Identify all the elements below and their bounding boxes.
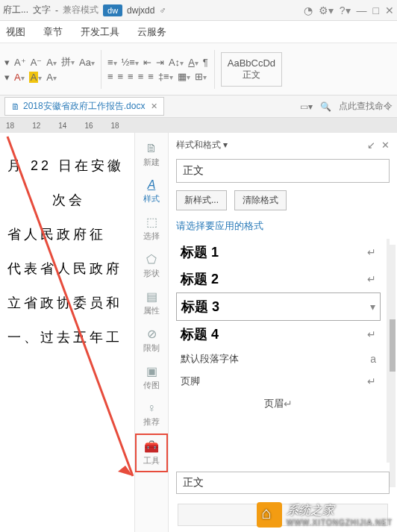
align-text-dropdown[interactable]: A▾ <box>188 57 198 68</box>
new-icon: 🗎 <box>135 142 168 155</box>
panel-header: 样式和格式 ▾ ↙ ✕ <box>176 139 390 151</box>
file-tab[interactable]: 🗎 2018安徽省政府工作报告.docx ✕ <box>4 97 164 116</box>
align-left-icon[interactable]: ≡ <box>107 71 113 82</box>
style-gallery-item[interactable]: AaBbCcDd 正文 <box>221 52 282 87</box>
para-shading-dropdown[interactable]: ▦▾ <box>178 71 190 82</box>
apply-style-box[interactable]: 正文 <box>176 472 390 494</box>
file-name: 2018安徽省政府工作报告.docx <box>23 100 145 113</box>
help-dropdown-icon[interactable]: ?▾ <box>340 4 351 16</box>
style-item-h3[interactable]: 标题 3▾ <box>176 292 381 321</box>
view-mode-icon[interactable]: ▭▾ <box>300 101 313 112</box>
doc-line: 月 22 日在安徽 <box>7 157 130 175</box>
pinyin-icon[interactable]: 拼▾ <box>61 55 75 69</box>
new-style-button[interactable]: 新样式... <box>176 190 227 210</box>
align-right-icon[interactable]: ≡ <box>128 71 134 82</box>
indent-icon[interactable]: ⇥ <box>156 57 164 68</box>
current-style-box[interactable]: 正文 <box>176 159 390 183</box>
font-effect-dropdown[interactable]: A▾ <box>46 57 57 68</box>
style-item-default-font[interactable]: 默认段落字体a <box>176 348 381 370</box>
app-label: 文字 <box>33 4 51 16</box>
clear-format-button[interactable]: 清除格式 <box>234 190 287 210</box>
shading-dropdown[interactable]: A▾ <box>46 72 57 83</box>
styles-panel: 样式和格式 ▾ ↙ ✕ 正文 新样式... 清除格式 请选择要应用的格式 标题 … <box>169 133 397 532</box>
font-decrease-icon[interactable]: A⁻ <box>31 57 43 68</box>
show-marks-icon[interactable]: ¶ <box>203 57 208 68</box>
siderail-property[interactable]: ▤属性 <box>135 285 168 321</box>
panel-pin-icon[interactable]: ↙ <box>367 140 375 151</box>
image-icon: ▣ <box>135 364 168 378</box>
outdent-icon[interactable]: ⇤ <box>143 57 151 68</box>
style-name: 正文 <box>243 69 260 80</box>
file-icon: 🗎 <box>11 101 20 112</box>
menu-view[interactable]: 视图 <box>6 25 25 39</box>
document-pane[interactable]: 月 22 日在安徽 次会 省人民政府征 代表省人民政府 立省政协委员和 一、过去… <box>0 133 134 532</box>
highlight-dropdown[interactable]: A▾ <box>29 72 43 83</box>
user-dropdown-icon[interactable]: ♂ <box>159 5 166 16</box>
style-item-h2[interactable]: 标题 2↵ <box>176 266 381 292</box>
siderail-tools[interactable]: 🧰工具 <box>135 434 168 472</box>
close-icon[interactable]: ✕ <box>385 4 394 16</box>
title-left: 府工... 文字 - 兼容模式 dw dwjxdd ♂ <box>3 4 304 16</box>
align-justify-icon[interactable]: ≡ <box>138 71 144 82</box>
tab-close-icon[interactable]: ✕ <box>151 101 157 111</box>
watermark: 系统之家 WWW.XITONGZHIJIA.NET <box>257 502 393 528</box>
titlebar: 府工... 文字 - 兼容模式 dw dwjxdd ♂ ◔ ⚙▾ ?▾ — □ … <box>0 0 397 21</box>
watermark-logo-icon <box>257 502 282 528</box>
ruler: 18 12 14 16 18 <box>0 118 397 133</box>
style-item-h1[interactable]: 标题 1↵ <box>176 239 381 266</box>
menu-cloud[interactable]: 云服务 <box>137 25 166 39</box>
style-item-header[interactable]: 页眉↵ <box>176 392 381 415</box>
search-icon[interactable]: 🔍 <box>320 101 331 112</box>
siderail-style[interactable]: A样式 <box>135 174 168 209</box>
bulb-icon: ♀ <box>135 401 168 415</box>
scrollbar-thumb[interactable] <box>390 319 396 372</box>
panel-hint: 请选择要应用的格式 <box>176 219 390 233</box>
panel-title: 样式和格式 ▾ <box>176 139 228 151</box>
ribbon-paragraph-group: ≡▾ ½≡▾ ⇤ ⇥ A↕▾ A▾ ¶ ≡ ≡ ≡ ≡ ≡ ‡≡▾ ▦▾ ⊞▾ <box>107 57 208 82</box>
text-color-dropdown[interactable]: A▾ <box>14 72 25 83</box>
doc-short-name: 府工... <box>3 4 28 16</box>
doc-line: 代表省人民政府 <box>7 260 130 278</box>
style-icon: A <box>135 178 168 192</box>
number-list-dropdown[interactable]: ½≡▾ <box>122 57 139 68</box>
style-item-h4[interactable]: 标题 4↵ <box>176 321 381 348</box>
align-center-icon[interactable]: ≡ <box>118 71 124 82</box>
window-controls: ◔ ⚙▾ ?▾ — □ ✕ <box>304 4 394 16</box>
maximize-icon[interactable]: □ <box>373 4 379 16</box>
siderail-recommend[interactable]: ♀推荐 <box>135 397 168 432</box>
doc-tab[interactable]: dw <box>103 4 122 16</box>
line-spacing-dropdown[interactable]: ‡≡▾ <box>158 71 173 82</box>
menu-chapter[interactable]: 章节 <box>43 25 63 39</box>
siderail-new[interactable]: 🗎新建 <box>135 137 168 172</box>
menu-devtools[interactable]: 开发工具 <box>81 25 119 39</box>
siderail-shape[interactable]: ⬠形状 <box>135 248 168 284</box>
ruler-mark: 12 <box>32 122 40 130</box>
toolbox-icon: 🧰 <box>137 439 166 454</box>
siderail-select[interactable]: ⬚选择 <box>135 210 168 246</box>
ribbon-separator-2 <box>214 50 215 89</box>
theme-icon[interactable]: ◔ <box>304 4 313 16</box>
doc-line: 一、过去五年工 <box>7 328 130 346</box>
doc-line: 省人民政府征 <box>7 225 130 243</box>
style-item-footer[interactable]: 页脚↵ <box>176 370 381 392</box>
minimize-icon[interactable]: — <box>357 4 367 16</box>
text-direction-dropdown[interactable]: A↕▾ <box>169 57 184 68</box>
settings-dropdown-icon[interactable]: ⚙▾ <box>319 4 334 16</box>
shape-icon: ⬠ <box>135 252 168 266</box>
scrollbar[interactable] <box>390 245 396 487</box>
change-case-icon[interactable]: Aa▾ <box>79 57 95 68</box>
panel-close-icon[interactable]: ✕ <box>381 140 390 151</box>
align-distribute-icon[interactable]: ≡ <box>148 71 154 82</box>
style-list: 标题 1↵ 标题 2↵ 标题 3▾ 标题 4↵ 默认段落字体a 页脚↵ 页眉↵ <box>176 239 390 463</box>
siderail-upload-image[interactable]: ▣传图 <box>135 360 168 395</box>
font-increase-icon[interactable]: A⁺ <box>14 57 26 68</box>
select-icon: ⬚ <box>135 215 168 229</box>
doc-line: 立省政协委员和 <box>7 294 130 312</box>
siderail-restrict[interactable]: ⊘限制 <box>135 322 168 358</box>
borders-dropdown[interactable]: ⊞▾ <box>195 71 207 82</box>
font-size-dropdown[interactable]: ▾ <box>4 72 10 83</box>
search-placeholder[interactable]: 点此查找命令 <box>339 100 393 113</box>
property-icon: ▤ <box>135 290 168 304</box>
bullet-list-dropdown[interactable]: ≡▾ <box>107 57 117 68</box>
font-select-dropdown[interactable]: ▾ <box>4 57 10 68</box>
